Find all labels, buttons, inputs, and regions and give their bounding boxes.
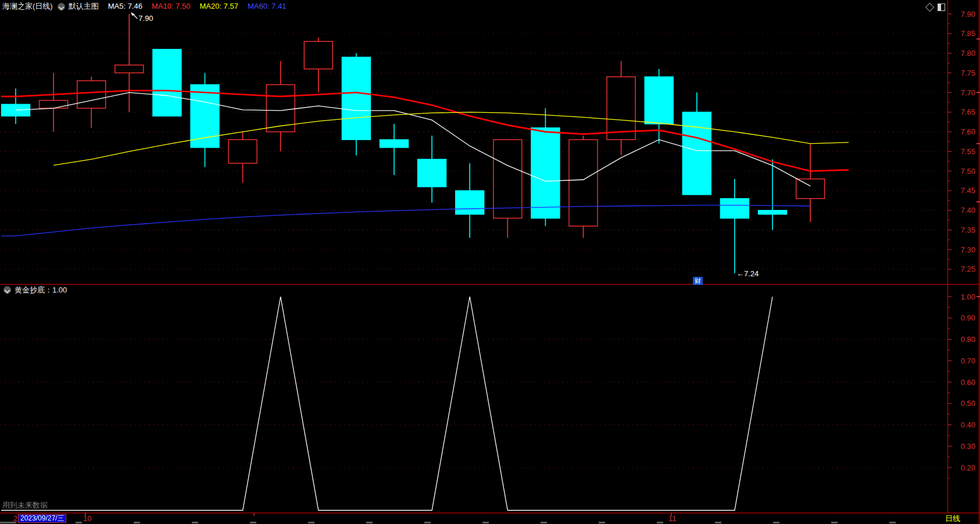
candle — [266, 61, 295, 151]
svg-text:7.40: 7.40 — [961, 206, 975, 215]
indicator-header: 黄金抄底：1.00 — [2, 286, 67, 294]
candle — [153, 49, 181, 116]
diamond-icon[interactable] — [925, 3, 935, 12]
svg-text:1.00: 1.00 — [961, 293, 975, 301]
svg-text:0.40: 0.40 — [961, 420, 975, 429]
svg-text:0.20: 0.20 — [961, 464, 975, 472]
svg-text:7.55: 7.55 — [961, 147, 975, 156]
svg-text:0.90: 0.90 — [961, 313, 975, 322]
chart-canvas[interactable]: 7.907.857.807.757.707.657.607.557.507.45… — [0, 0, 980, 524]
candle — [40, 73, 68, 131]
candle — [2, 88, 30, 124]
candles — [2, 14, 825, 273]
annotations: 7.90←7.24 — [131, 12, 759, 278]
date-axis-bar: 2 2023/09/27/三 10 11 日线 — [0, 514, 980, 524]
month-label-oct: 10 — [83, 514, 91, 523]
price-grid: 7.907.857.807.757.707.657.607.557.507.45… — [0, 10, 975, 274]
finance-link-badge[interactable]: 财 — [693, 277, 703, 285]
candle — [531, 108, 560, 226]
svg-text:0.80: 0.80 — [961, 335, 975, 344]
candle — [380, 124, 409, 175]
candle — [493, 140, 522, 238]
candle — [456, 163, 484, 238]
svg-text:7.45: 7.45 — [961, 186, 975, 195]
app-window: 7.907.857.807.757.707.657.607.557.507.45… — [0, 0, 980, 524]
svg-text:7.65: 7.65 — [961, 108, 975, 116]
svg-text:7.35: 7.35 — [961, 226, 975, 234]
future-data-warning: 用到未来数据 — [2, 500, 48, 511]
ma5-label: MA5: 7.46 — [108, 2, 142, 11]
month-label-nov: 11 — [668, 514, 677, 523]
svg-text:7.60: 7.60 — [961, 127, 975, 136]
line-ma20 — [53, 112, 849, 165]
svg-text:7.30: 7.30 — [961, 245, 975, 254]
svg-text:7.90: 7.90 — [961, 10, 975, 19]
candle — [228, 132, 257, 183]
candle — [569, 136, 598, 238]
svg-text:7.25: 7.25 — [961, 265, 975, 273]
candle — [115, 14, 144, 112]
svg-text:0.50: 0.50 — [961, 399, 975, 408]
ma60-label: MA60: 7.41 — [248, 2, 287, 11]
frame — [0, 0, 980, 524]
chart-toolbar — [927, 3, 945, 11]
candle — [304, 38, 332, 93]
indicator-grid: 1.000.900.800.700.600.500.400.300.20 — [0, 293, 975, 479]
ma20-label: MA20: 7.57 — [199, 2, 238, 11]
indicator-line — [1, 297, 772, 511]
chevron-down-icon[interactable] — [58, 3, 65, 10]
svg-text:0.30: 0.30 — [961, 442, 975, 451]
chevron-down-icon[interactable] — [3, 286, 11, 294]
svg-text:←7.24: ←7.24 — [736, 269, 759, 278]
svg-text:7.85: 7.85 — [961, 29, 975, 38]
svg-text:0.70: 0.70 — [961, 357, 975, 365]
overlay-name: 默认主图 — [69, 2, 99, 11]
candle — [418, 136, 446, 202]
ma10-label: MA10: 7.50 — [152, 2, 191, 11]
svg-text:7.90: 7.90 — [138, 14, 153, 23]
svg-text:0.60: 0.60 — [961, 378, 975, 387]
selected-date-chip[interactable]: 2023/09/27/三 — [18, 514, 66, 523]
stock-title: 海澜之家(日线) — [2, 2, 53, 11]
candle — [720, 179, 749, 273]
line-ma60 — [1, 205, 810, 236]
split-window-icon[interactable] — [938, 3, 945, 11]
svg-text:7.50: 7.50 — [961, 167, 975, 176]
svg-text:7.80: 7.80 — [961, 49, 975, 58]
indicator-name-value: 黄金抄底：1.00 — [15, 286, 67, 294]
candle — [607, 61, 635, 155]
candle — [342, 54, 370, 156]
axis-label-partial: 2 — [13, 514, 17, 523]
period-button[interactable]: 日线 — [945, 514, 960, 523]
svg-text:7.75: 7.75 — [961, 69, 975, 77]
candle — [759, 159, 787, 230]
candle — [191, 73, 219, 167]
svg-text:7.70: 7.70 — [961, 88, 975, 97]
candle — [682, 92, 711, 195]
main-chart-header: 海澜之家(日线) 默认主图 MA5: 7.46 MA10: 7.50 MA20:… — [2, 2, 286, 11]
